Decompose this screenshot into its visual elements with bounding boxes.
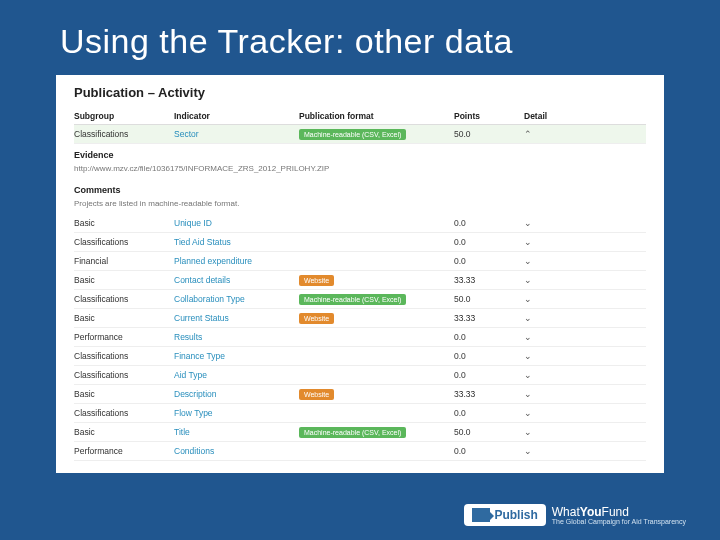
chevron-down-icon[interactable]: ⌄ — [524, 313, 532, 323]
cell-indicator[interactable]: Planned expenditure — [174, 256, 299, 266]
chevron-down-icon[interactable]: ⌄ — [524, 275, 532, 285]
cell-indicator[interactable]: Collaboration Type — [174, 294, 299, 304]
comments-heading: Comments — [74, 179, 646, 197]
chevron-down-icon[interactable]: ⌄ — [524, 351, 532, 361]
evidence-text: http://www.mzv.cz/file/1036175/INFORMACE… — [74, 162, 646, 179]
cell-subgroup: Classifications — [74, 237, 174, 247]
cell-points: 50.0 — [454, 427, 524, 437]
table-row[interactable]: BasicTitleMachine-readable (CSV, Excel)5… — [74, 423, 646, 442]
table-row[interactable]: ClassificationsFinance Type0.0⌄ — [74, 347, 646, 366]
cell-subgroup: Basic — [74, 389, 174, 399]
cell-subgroup: Classifications — [74, 129, 174, 139]
cell-indicator[interactable]: Conditions — [174, 446, 299, 456]
chevron-down-icon[interactable]: ⌄ — [524, 256, 532, 266]
table-row[interactable]: BasicCurrent StatusWebsite33.33⌄ — [74, 309, 646, 328]
cell-subgroup: Classifications — [74, 294, 174, 304]
cell-subgroup: Performance — [74, 332, 174, 342]
chevron-down-icon[interactable]: ⌄ — [524, 332, 532, 342]
cell-indicator[interactable]: Description — [174, 389, 299, 399]
footer-logo: Publish WhatYouFund The Global Campaign … — [464, 504, 686, 526]
cell-points: 0.0 — [454, 446, 524, 456]
chevron-up-icon[interactable]: ⌃ — [524, 129, 532, 139]
cell-points: 33.33 — [454, 313, 524, 323]
cell-points: 50.0 — [454, 129, 524, 139]
cell-points: 0.0 — [454, 351, 524, 361]
chevron-down-icon[interactable]: ⌄ — [524, 237, 532, 247]
cell-points: 33.33 — [454, 275, 524, 285]
table-row[interactable]: ClassificationsCollaboration TypeMachine… — [74, 290, 646, 309]
cell-indicator[interactable]: Current Status — [174, 313, 299, 323]
format-badge: Machine-readable (CSV, Excel) — [299, 129, 406, 140]
cell-points: 0.0 — [454, 218, 524, 228]
cell-indicator[interactable]: Sector — [174, 129, 299, 139]
slide-title: Using the Tracker: other data — [0, 0, 720, 61]
cell-indicator[interactable]: Flow Type — [174, 408, 299, 418]
cell-indicator[interactable]: Results — [174, 332, 299, 342]
table-row[interactable]: FinancialPlanned expenditure0.0⌄ — [74, 252, 646, 271]
cell-indicator[interactable]: Unique ID — [174, 218, 299, 228]
cell-indicator[interactable]: Aid Type — [174, 370, 299, 380]
col-points: Points — [454, 111, 524, 121]
cell-subgroup: Basic — [74, 313, 174, 323]
format-badge: Website — [299, 389, 334, 400]
tracker-panel: Publication – Activity Subgroup Indicato… — [56, 75, 664, 473]
chevron-down-icon[interactable]: ⌄ — [524, 294, 532, 304]
cell-indicator[interactable]: Finance Type — [174, 351, 299, 361]
cell-subgroup: Classifications — [74, 351, 174, 361]
panel-title: Publication – Activity — [74, 85, 646, 100]
logo-publish-box: Publish — [464, 504, 545, 526]
cell-subgroup: Classifications — [74, 408, 174, 418]
table-row[interactable]: ClassificationsAid Type0.0⌄ — [74, 366, 646, 385]
cell-subgroup: Basic — [74, 427, 174, 437]
table-row[interactable]: ClassificationsTied Aid Status0.0⌄ — [74, 233, 646, 252]
table-header-row: Subgroup Indicator Publication format Po… — [74, 108, 646, 125]
table-row[interactable]: BasicUnique ID0.0⌄ — [74, 214, 646, 233]
cell-subgroup: Performance — [74, 446, 174, 456]
comments-text: Projects are listed in machine-readable … — [74, 197, 646, 214]
cell-subgroup: Financial — [74, 256, 174, 266]
chevron-down-icon[interactable]: ⌄ — [524, 370, 532, 380]
table-row[interactable]: PerformanceConditions0.0⌄ — [74, 442, 646, 461]
cell-subgroup: Classifications — [74, 370, 174, 380]
format-badge: Website — [299, 313, 334, 324]
cell-format: Website — [299, 275, 454, 286]
table-row-highlight[interactable]: Classifications Sector Machine-readable … — [74, 125, 646, 144]
cell-format: Website — [299, 389, 454, 400]
arrow-icon — [472, 508, 490, 522]
col-subgroup: Subgroup — [74, 111, 174, 121]
cell-indicator[interactable]: Tied Aid Status — [174, 237, 299, 247]
col-indicator: Indicator — [174, 111, 299, 121]
format-badge: Website — [299, 275, 334, 286]
cell-points: 0.0 — [454, 408, 524, 418]
col-format: Publication format — [299, 111, 454, 121]
logo-whatyoufund: WhatYouFund — [552, 506, 686, 518]
col-detail: Detail — [524, 111, 564, 121]
table-row[interactable]: BasicContact detailsWebsite33.33⌄ — [74, 271, 646, 290]
evidence-heading: Evidence — [74, 144, 646, 162]
chevron-down-icon[interactable]: ⌄ — [524, 427, 532, 437]
cell-points: 0.0 — [454, 332, 524, 342]
cell-points: 0.0 — [454, 256, 524, 266]
cell-format: Website — [299, 313, 454, 324]
cell-points: 0.0 — [454, 370, 524, 380]
table-row[interactable]: PerformanceResults0.0⌄ — [74, 328, 646, 347]
cell-subgroup: Basic — [74, 218, 174, 228]
cell-format: Machine-readable (CSV, Excel) — [299, 129, 454, 140]
cell-points: 50.0 — [454, 294, 524, 304]
format-badge: Machine-readable (CSV, Excel) — [299, 294, 406, 305]
table-row[interactable]: ClassificationsFlow Type0.0⌄ — [74, 404, 646, 423]
logo-publish-text: Publish — [494, 508, 537, 522]
cell-subgroup: Basic — [74, 275, 174, 285]
table-row[interactable]: BasicDescriptionWebsite33.33⌄ — [74, 385, 646, 404]
chevron-down-icon[interactable]: ⌄ — [524, 218, 532, 228]
chevron-down-icon[interactable]: ⌄ — [524, 446, 532, 456]
chevron-down-icon[interactable]: ⌄ — [524, 408, 532, 418]
cell-points: 33.33 — [454, 389, 524, 399]
cell-points: 0.0 — [454, 237, 524, 247]
chevron-down-icon[interactable]: ⌄ — [524, 389, 532, 399]
cell-indicator[interactable]: Title — [174, 427, 299, 437]
format-badge: Machine-readable (CSV, Excel) — [299, 427, 406, 438]
logo-tagline: The Global Campaign for Aid Transparency — [552, 518, 686, 525]
cell-indicator[interactable]: Contact details — [174, 275, 299, 285]
cell-format: Machine-readable (CSV, Excel) — [299, 294, 454, 305]
